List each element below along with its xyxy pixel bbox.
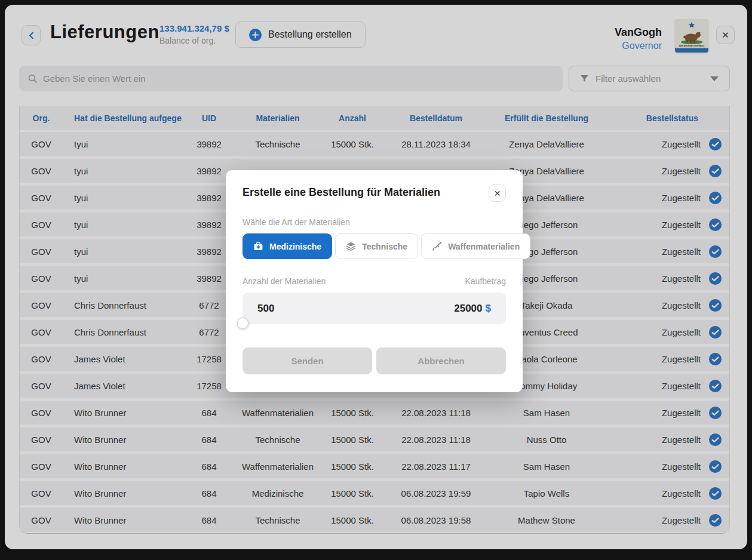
amount-label: Anzahl der Materialien (243, 276, 326, 286)
modal-title: Erstelle eine Bestellung für Materialien (243, 184, 440, 199)
modal-close-button[interactable]: ✕ (489, 184, 506, 202)
type-button-technical[interactable]: Technische (335, 233, 418, 259)
type-button-label: Technische (362, 242, 407, 251)
price-value: 25000 (454, 303, 482, 314)
purchase-price: 25000$ (454, 303, 491, 315)
medical-kit-icon (253, 241, 263, 251)
layers-icon (346, 241, 356, 251)
type-button-medical[interactable]: Medizinische (243, 233, 332, 259)
type-button-label: Waffenmaterialien (448, 242, 520, 251)
type-button-label: Medizinische (269, 242, 321, 251)
material-type-selector: Medizinische Technische Waffenmaterialie… (243, 233, 506, 259)
cancel-button[interactable]: Abbrechen (376, 347, 506, 374)
amount-input[interactable] (257, 303, 341, 315)
currency-symbol: $ (486, 303, 491, 314)
create-order-modal: Erstelle eine Bestellung für Materialien… (226, 170, 523, 392)
type-button-weapons[interactable]: Waffenmaterialien (421, 233, 530, 259)
amount-slider-handle[interactable] (237, 318, 248, 329)
app-window: Lieferungen 133.941.324,79 $ Balance of … (5, 5, 747, 549)
material-type-label: Wähle die Art der Materialien (243, 217, 506, 227)
rifle-icon (432, 241, 442, 251)
amount-field: 25000$ (243, 293, 506, 324)
price-label: Kaufbetrag (465, 276, 507, 286)
submit-button[interactable]: Senden (243, 347, 372, 374)
